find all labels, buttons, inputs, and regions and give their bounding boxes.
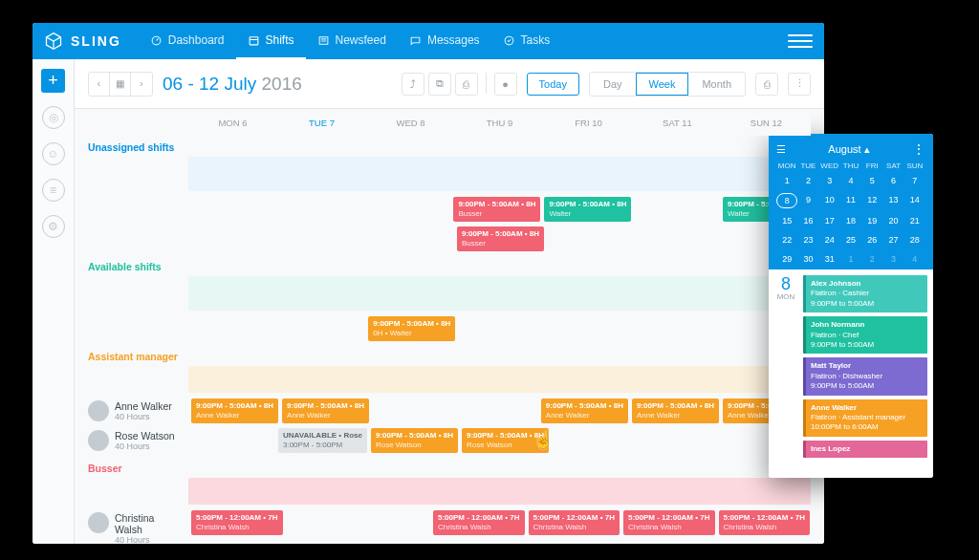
rail-people-icon[interactable]: ☺ <box>42 142 65 165</box>
mobile-date[interactable]: 2 <box>797 174 818 187</box>
rail-list-icon[interactable]: ≡ <box>42 179 65 202</box>
mobile-date[interactable]: 31 <box>819 252 840 266</box>
next-week[interactable]: › <box>131 73 152 96</box>
mobile-date[interactable]: 3 <box>882 252 903 266</box>
mobile-date[interactable]: 22 <box>776 233 797 247</box>
rail-location-icon[interactable]: ◎ <box>42 106 65 129</box>
view-day[interactable]: Day <box>590 73 636 96</box>
day-header[interactable]: THU 9 <box>455 118 544 128</box>
shift[interactable]: 5:00PM - 12:00AM • 7HChristina Walsh <box>623 510 715 535</box>
calendar-picker[interactable]: ▦ <box>110 73 131 96</box>
mobile-date[interactable]: 18 <box>840 214 861 227</box>
shift[interactable]: 9:00PM - 5:00AM • 8HRose Watson <box>371 428 458 453</box>
day-header[interactable]: TUE 7 <box>277 118 366 128</box>
avatar <box>88 512 109 533</box>
mobile-date[interactable]: 17 <box>819 214 840 227</box>
mobile-date[interactable]: 16 <box>797 214 818 227</box>
mobile-date[interactable]: 10 <box>819 193 840 208</box>
mobile-date[interactable]: 6 <box>882 174 903 187</box>
day-header[interactable]: SUN 12 <box>722 118 811 128</box>
mobile-date[interactable]: 12 <box>861 193 882 208</box>
shift[interactable]: 9:00PM - 5:00AM • 8HBusser <box>453 197 540 222</box>
mobile-date[interactable]: 19 <box>861 214 882 227</box>
shift[interactable]: 5:00PM - 12:00AM • 7HChristina Walsh <box>433 510 525 535</box>
mobile-date[interactable]: 9 <box>797 193 818 208</box>
day-header[interactable]: FRI 10 <box>544 118 633 128</box>
shift[interactable]: 5:00PM - 12:00AM • 7HChristina Walsh <box>191 510 283 535</box>
nav-tasks[interactable]: Tasks <box>491 23 562 59</box>
mobile-calendar-grid: 1234567891011121314151617181920212223242… <box>776 174 925 266</box>
rail-filter-icon[interactable]: ⚙ <box>42 215 65 238</box>
today-button[interactable]: Today <box>527 73 579 96</box>
mobile-month[interactable]: August ▴ <box>786 143 912 156</box>
logo-icon <box>44 32 63 51</box>
mobile-date[interactable]: 25 <box>840 233 861 247</box>
mobile-date[interactable]: 30 <box>797 252 818 266</box>
unassigned-row: 9:00PM - 5:00AM • 8HBusser9:00PM - 5:00A… <box>88 196 811 223</box>
copy-icon[interactable]: ⧉ <box>428 73 451 96</box>
mobile-date[interactable]: 8 <box>776 193 797 208</box>
section-available: Available shifts <box>88 255 811 276</box>
shift[interactable]: 9:00PM - 5:00AM • 8H0H • Waiter <box>368 316 455 341</box>
mobile-event-card[interactable]: Matt TaylorFlatiron · Dishwasher9:00PM t… <box>803 357 927 395</box>
shift[interactable]: 9:00PM - 5:00AM • 8HAnne Walker <box>282 398 369 423</box>
menu-button[interactable] <box>788 29 813 54</box>
shift[interactable]: 9:00PM - 5:00AM • 8HAnne Walker <box>191 398 278 423</box>
mobile-event-card[interactable]: Anne WalkerFlatiron · Assistant manager1… <box>803 399 927 437</box>
nav-newsfeed[interactable]: Newsfeed <box>306 23 398 59</box>
mobile-date[interactable]: 21 <box>904 214 925 227</box>
mobile-date[interactable]: 11 <box>840 193 861 208</box>
mobile-more-icon[interactable]: ⋮ <box>912 141 925 157</box>
mobile-date[interactable]: 28 <box>904 233 925 247</box>
shift[interactable]: 9:00PM - 5:00AM • 8HAnne Walker <box>632 398 719 423</box>
shift[interactable]: 9:00PM - 5:00AM • 8HBusser <box>457 226 544 251</box>
nav-messages[interactable]: Messages <box>398 23 491 59</box>
mobile-event-card[interactable]: Ines Lopez <box>803 441 927 458</box>
nav-shifts[interactable]: Shifts <box>236 23 306 59</box>
view-week[interactable]: Week <box>636 73 689 96</box>
mobile-event-card[interactable]: John NormannFlatiron · Chef9:00PM to 5:0… <box>803 316 927 354</box>
mobile-date[interactable]: 1 <box>776 174 797 187</box>
mobile-event-card[interactable]: Alex JohnsonFlatiron · Cashier9:00PM to … <box>803 275 927 312</box>
shift[interactable]: 9:00PM - 5:00AM • 8HRose Watson <box>462 428 549 453</box>
brand-logo: SLING <box>44 32 121 51</box>
filter-icon[interactable]: ☰ <box>776 143 786 156</box>
shift[interactable]: 9:00PM - 5:00AM • 8HWaiter <box>544 197 631 222</box>
app-window: SLING DashboardShiftsNewsfeedMessagesTas… <box>33 23 824 544</box>
shift[interactable]: 9:00PM - 5:00AM • 8HAnne Walker <box>541 398 628 423</box>
mobile-date[interactable]: 7 <box>904 174 925 187</box>
mobile-date[interactable]: 29 <box>776 252 797 266</box>
mobile-date[interactable]: 20 <box>882 214 903 227</box>
mobile-date[interactable]: 4 <box>840 174 861 187</box>
mobile-date[interactable]: 23 <box>797 233 818 247</box>
day-header[interactable]: MON 6 <box>188 118 277 128</box>
shift[interactable]: 5:00PM - 12:00AM • 7HChristina Walsh <box>529 510 620 535</box>
mobile-date[interactable]: 5 <box>861 174 882 187</box>
add-button[interactable]: + <box>41 69 65 93</box>
record-icon[interactable]: ● <box>494 73 517 96</box>
mobile-date[interactable]: 4 <box>904 252 925 266</box>
mobile-date[interactable]: 13 <box>882 193 903 208</box>
mobile-date[interactable]: 3 <box>819 174 840 187</box>
print-icon[interactable]: ⎙ <box>755 73 778 96</box>
person-name: Christina Walsh <box>115 512 185 535</box>
day-header[interactable]: WED 8 <box>366 118 455 128</box>
shift[interactable]: 5:00PM - 12:00AM • 7HChristina Walsh <box>719 510 811 535</box>
print-tool-icon[interactable]: ⎙ <box>455 73 478 96</box>
mobile-date[interactable]: 1 <box>840 252 861 266</box>
nav-dashboard[interactable]: Dashboard <box>139 23 236 59</box>
day-headers: MON 6TUE 7WED 8THU 9FRI 10SAT 11SUN 12 <box>88 109 811 136</box>
more-icon[interactable]: ⋮ <box>788 73 811 96</box>
export-icon[interactable]: ⤴ <box>402 73 424 96</box>
mobile-date[interactable]: 15 <box>776 214 797 227</box>
mobile-date[interactable]: 27 <box>882 233 903 247</box>
section-busser: Busser <box>88 457 811 478</box>
mobile-date[interactable]: 26 <box>861 233 882 247</box>
view-month[interactable]: Month <box>688 73 745 96</box>
mobile-date[interactable]: 24 <box>819 233 840 247</box>
day-header[interactable]: SAT 11 <box>633 118 722 128</box>
shift[interactable]: UNAVAILABLE • Rose3:00PM - 5:00PM <box>278 428 367 453</box>
prev-week[interactable]: ‹ <box>89 73 110 96</box>
mobile-date[interactable]: 2 <box>861 252 882 266</box>
mobile-date[interactable]: 14 <box>904 193 925 208</box>
